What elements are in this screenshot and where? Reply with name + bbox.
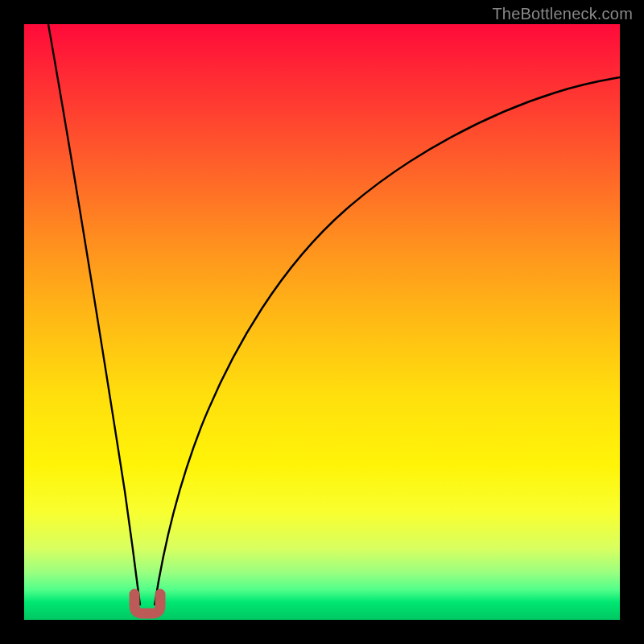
- chart-frame: TheBottleneck.com: [0, 0, 644, 644]
- bottleneck-curve: [24, 24, 620, 620]
- curve-left-branch: [48, 24, 140, 605]
- watermark-text: TheBottleneck.com: [492, 5, 633, 23]
- u-marker-icon: [134, 594, 160, 613]
- plot-area: [24, 24, 620, 620]
- curve-right-branch: [155, 77, 620, 605]
- minimum-marker: [24, 572, 620, 620]
